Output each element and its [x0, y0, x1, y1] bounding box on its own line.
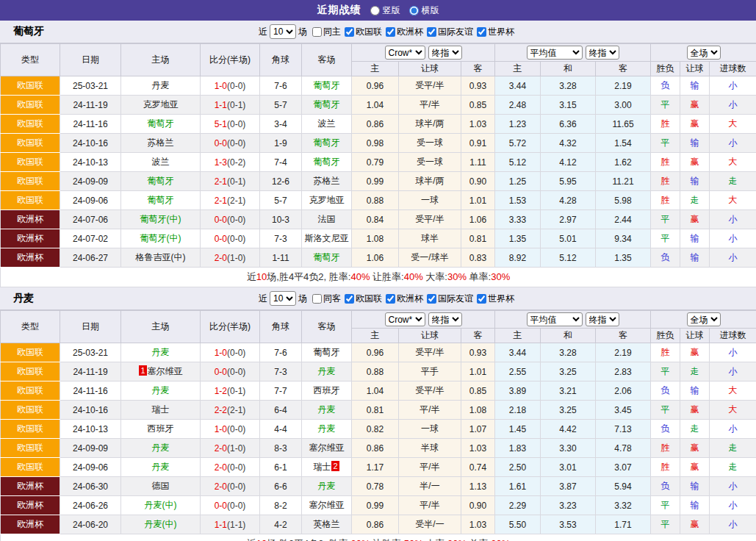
crow-home-odds: 1.04	[352, 96, 399, 115]
crow-away-odds: 0.93	[461, 343, 495, 362]
result-goals: 小	[710, 96, 756, 115]
summary-text: 近10场,胜4平4负2, 胜率:40% 让胜率:40% 大率:30% 单率:30…	[1, 268, 756, 287]
corner-count: 7-3	[260, 229, 302, 248]
avg-home-odds: 1.61	[495, 477, 541, 496]
avg-draw-odds: 3.15	[541, 96, 596, 115]
away-team-name: 葡萄牙	[314, 252, 340, 262]
result-win-draw-lose: 负	[651, 477, 680, 496]
corner-count: 7-6	[260, 343, 302, 362]
result-goals: 走	[710, 458, 756, 477]
same-venue-filter[interactable]: 同主	[309, 26, 341, 38]
same-venue-checkbox[interactable]	[312, 294, 322, 304]
away-team: 丹麦	[302, 362, 352, 381]
crow-home-odds: 0.86	[352, 439, 399, 458]
result-goals: 大	[710, 115, 756, 134]
match-date: 24-07-06	[60, 210, 121, 229]
avg-away-odds: 2.06	[596, 381, 651, 401]
league-checkbox-3[interactable]	[477, 27, 486, 37]
league-badge: 欧国联	[1, 172, 60, 191]
league-filter-1[interactable]: 欧洲杯	[384, 293, 423, 305]
horizontal-radio-label: 横版	[422, 4, 439, 17]
filter-bar: 近 10 场 同客 欧国联欧洲杯国际友谊世界杯	[259, 287, 514, 309]
result-goals: 小	[710, 248, 756, 268]
match-row: 欧国联 24-11-16 丹麦 1-2(0-1) 7-7 西班牙 1.04 受平…	[1, 381, 756, 401]
league-filter-0[interactable]: 欧国联	[343, 26, 382, 38]
avg-away-odds: 9.34	[596, 229, 651, 248]
halftime-score: (1-0)	[227, 443, 245, 454]
league-filter-2[interactable]: 国际友谊	[425, 26, 473, 38]
league-filter-3[interactable]: 世界杯	[475, 26, 514, 38]
match-row: 欧国联 24-11-19 克罗地亚 1-1(0-1) 5-7 葡萄牙 1.04 …	[1, 96, 756, 115]
league-filter-3[interactable]: 世界杯	[475, 293, 514, 305]
handicap-line: 一球	[399, 420, 461, 439]
scope-select[interactable]: 全场	[687, 312, 721, 326]
league-checkbox-0[interactable]	[345, 294, 354, 304]
match-score: 0-0(0-0)	[201, 362, 260, 381]
result-handicap: 输	[680, 134, 710, 153]
match-date: 24-07-02	[60, 229, 121, 248]
match-score: 5-1(0-0)	[201, 115, 260, 134]
corner-count: 4-4	[260, 420, 302, 439]
crow-home-odds: 0.99	[352, 496, 399, 515]
average-select[interactable]: 平均值	[527, 312, 583, 326]
final-odds-select[interactable]: 终指	[428, 312, 462, 326]
avg-draw-odds: 4.32	[541, 134, 596, 153]
team-section-1: 丹麦 近 10 场 同客 欧国联欧洲杯国际友谊世界杯 类型日期主场比分(半场)角…	[0, 287, 756, 541]
scope-group-header: 全场	[651, 311, 756, 329]
bookmaker-select[interactable]: Crow*	[385, 46, 425, 60]
vertical-radio[interactable]	[370, 6, 380, 15]
unit-label: 场	[298, 26, 307, 38]
league-filter-0[interactable]: 欧国联	[343, 293, 382, 305]
final-odds-select-2[interactable]: 终指	[586, 312, 619, 326]
corner-count: 1-9	[260, 134, 302, 153]
away-team: 葡萄牙	[302, 343, 352, 362]
league-filter-2[interactable]: 国际友谊	[425, 293, 473, 305]
match-date: 25-03-21	[60, 343, 121, 362]
layout-option-horizontal[interactable]: 横版	[409, 4, 439, 17]
away-team: 葡萄牙	[302, 153, 352, 172]
avg-home-odds: 2.29	[495, 496, 541, 515]
crow-away-odds: 0.91	[461, 134, 495, 153]
match-count-select[interactable]: 10	[270, 24, 296, 39]
crow-away-odds: 0.83	[461, 248, 495, 268]
average-select[interactable]: 平均值	[527, 46, 583, 60]
result-win-draw-lose: 平	[651, 362, 680, 381]
away-team: 塞尔维亚	[302, 496, 352, 515]
result-handicap: 输	[680, 76, 710, 96]
scope-select[interactable]: 全场	[687, 46, 721, 60]
red-card-badge: 1	[139, 365, 146, 376]
corner-count: 7-7	[260, 381, 302, 401]
match-date: 24-10-13	[60, 420, 121, 439]
league-checkbox-1[interactable]	[386, 27, 395, 37]
away-team-name: 波兰	[318, 118, 336, 129]
crow-home-odds: 1.17	[352, 458, 399, 477]
horizontal-radio[interactable]	[409, 6, 419, 15]
match-count-select[interactable]: 10	[270, 291, 296, 306]
league-checkbox-2[interactable]	[427, 27, 436, 37]
layout-option-vertical[interactable]: 竖版	[370, 4, 400, 17]
summary-text: 近10场,胜3平4负3, 胜率:30% 让胜率:50% 大率:20% 单率:30…	[1, 534, 756, 541]
same-venue-filter[interactable]: 同客	[309, 293, 341, 305]
match-score: 0-0(0-0)	[201, 229, 260, 248]
away-team-name: 葡萄牙	[314, 157, 340, 167]
avg-draw-odds: 4.12	[541, 153, 596, 172]
league-checkbox-3[interactable]	[477, 294, 486, 304]
crow-away-odds: 0.85	[461, 96, 495, 115]
final-odds-select-2[interactable]: 终指	[586, 46, 619, 60]
fulltime-score: 1-1	[215, 100, 227, 110]
avg-home-odds: 1.45	[495, 420, 541, 439]
final-odds-select[interactable]: 终指	[428, 46, 462, 60]
away-team-name: 塞尔维亚	[309, 500, 345, 510]
result-goals: 大	[710, 381, 756, 401]
league-checkbox-0[interactable]	[345, 27, 354, 37]
league-checkbox-1[interactable]	[386, 294, 395, 304]
bookmaker-select[interactable]: Crow*	[385, 312, 425, 326]
table-header-row: 类型日期主场比分(半场)角球客场 Crow*终指 平均值终指 全场	[1, 44, 756, 62]
crow-home-odds: 0.86	[352, 515, 399, 534]
same-venue-checkbox[interactable]	[312, 27, 322, 37]
fulltime-score: 0-0	[215, 367, 227, 377]
league-checkbox-2[interactable]	[427, 294, 436, 304]
match-score: 2-1(0-1)	[201, 172, 260, 191]
league-filter-1[interactable]: 欧洲杯	[384, 26, 423, 38]
crow-away-odds: 1.03	[461, 439, 495, 458]
